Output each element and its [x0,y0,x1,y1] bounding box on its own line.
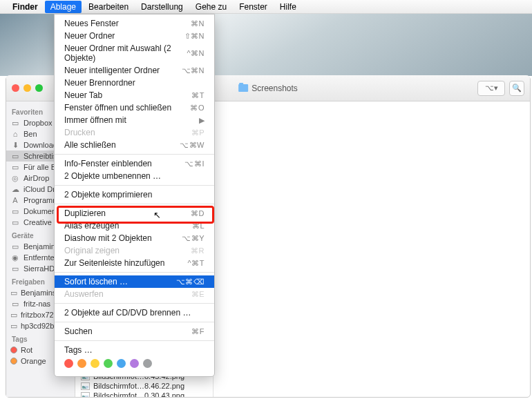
tag-color[interactable] [117,359,126,368]
window-title-area: Screenshots [238,84,298,93]
menu-ablage[interactable]: Ablage [45,1,82,13]
mouse-cursor-icon: ↖ [153,210,161,220]
menu-item[interactable]: 2 Objekte komprimieren [55,188,214,201]
menu-item[interactable]: Neuer intelligenter Ordner⌥⌘N [55,64,214,77]
menu-item[interactable]: Suchen⌘F [55,325,214,338]
menu-gehe-zu[interactable]: Gehe zu [190,1,232,13]
sidebar-icon: ⬇ [10,141,20,149]
file-name: Bildschirmfot…8.46.22.png [93,382,184,390]
menu-item[interactable]: Alle schließen⌥⌘W [55,139,214,151]
menu-fenster[interactable]: Fenster [234,1,273,13]
tag-dot-icon [10,347,17,353]
tag-color[interactable] [77,359,86,368]
sidebar-icon: ▭ [10,264,20,273]
menu-item[interactable]: 2 Objekte umbenennen … [55,170,214,182]
menu-hilfe[interactable]: Hilfe [274,1,302,13]
folder-icon [238,84,248,92]
sidebar-icon: ◉ [10,253,20,262]
preview-column [213,103,530,397]
close-button[interactable] [12,84,19,92]
file-name: Bildschirmfot…0.30.43.png [93,391,184,397]
menu-item[interactable]: Immer öffnen mit▶ [55,114,214,126]
menu-item[interactable]: Duplizieren⌘D [55,207,214,220]
file-item[interactable]: Bildschirmfot…0.30.43.png [77,391,213,397]
sidebar-label: Dropbox [23,119,53,127]
menu-item[interactable]: Fenster öffnen und schließen⌘O [55,101,214,114]
sidebar-label: SierraHD [23,264,55,273]
tag-color[interactable] [64,359,73,368]
menu-item[interactable]: Sofort löschen …⌥⌘⌫ [55,275,214,288]
menubar: Finder Ablage Bearbeiten Darstellung Geh… [0,0,532,14]
minimize-button[interactable] [23,84,31,92]
zoom-button[interactable] [35,84,43,92]
tag-color[interactable] [130,359,139,368]
tag-color-row [55,356,214,373]
image-file-icon [81,392,90,398]
sidebar-label: Orange [21,357,46,365]
search-button[interactable]: 🔍 [509,81,524,96]
tag-color[interactable] [104,359,113,368]
menu-item[interactable]: Info-Fenster einblenden⌥⌘I [55,157,214,170]
sidebar-icon: ▭ [10,119,20,127]
menu-item[interactable]: Neuer Ordner⇧⌘N [55,30,214,42]
menu-item[interactable]: Zur Seitenleiste hinzufügen^⌘T [55,257,214,269]
window-title: Screenshots [251,84,298,93]
dropbox-toolbar-button[interactable]: ⌥▾ [477,81,505,96]
window-controls [12,84,43,92]
menu-darstellung[interactable]: Darstellung [135,1,189,13]
menu-item[interactable]: Neuer Ordner mit Auswahl (2 Objekte)^⌘N [55,42,214,64]
sidebar-icon: A [10,196,20,204]
sidebar-icon: ▭ [10,218,20,226]
sidebar-icon: ▭ [10,163,20,171]
ablage-dropdown: Neues Fenster⌘NNeuer Ordner⇧⌘NNeuer Ordn… [54,14,215,377]
tag-color[interactable] [91,359,99,368]
sidebar-icon: ▭ [10,289,17,297]
sidebar-label: fritz-nas [23,300,50,308]
menu-item[interactable]: Neuer Tab⌘T [55,89,214,101]
image-file-icon [81,382,90,390]
sidebar-label: Ben [23,130,37,138]
tag-dot-icon [10,358,17,364]
menu-item[interactable]: Alias erzeugen⌘L [55,220,214,232]
menu-item[interactable]: 2 Objekte auf CD/DVD brennen … [55,306,214,319]
sidebar-icon: ◎ [10,174,20,182]
menu-item[interactable]: Neuer Brennordner [55,77,214,89]
tag-color[interactable] [143,359,152,368]
sidebar-icon: ▭ [10,311,17,319]
sidebar-label: Rot [21,346,32,354]
menu-item: Original zeigen⌘R [55,244,214,257]
menu-item[interactable]: Neues Fenster⌘N [55,17,214,30]
sidebar-label: AirDrop [23,174,49,182]
menu-item[interactable]: Diashow mit 2 Objekten⌥⌘Y [55,232,214,244]
sidebar-icon: ▭ [10,207,20,215]
sidebar-icon: ⌂ [10,130,20,138]
file-item[interactable]: Bildschirmfot…8.46.22.png [77,381,213,391]
sidebar-icon: ☁ [10,185,20,193]
menu-item: Drucken⌘P [55,126,214,139]
menu-item: Auswerfen⌘E [55,288,214,300]
sidebar-icon: ▭ [10,322,17,330]
menu-bearbeiten[interactable]: Bearbeiten [83,1,134,13]
menu-item[interactable]: Tags … [55,344,214,356]
sidebar-icon: ▭ [10,300,20,308]
app-name[interactable]: Finder [12,2,38,12]
sidebar-icon: ▭ [10,152,20,160]
sidebar-icon: ▭ [10,242,20,251]
